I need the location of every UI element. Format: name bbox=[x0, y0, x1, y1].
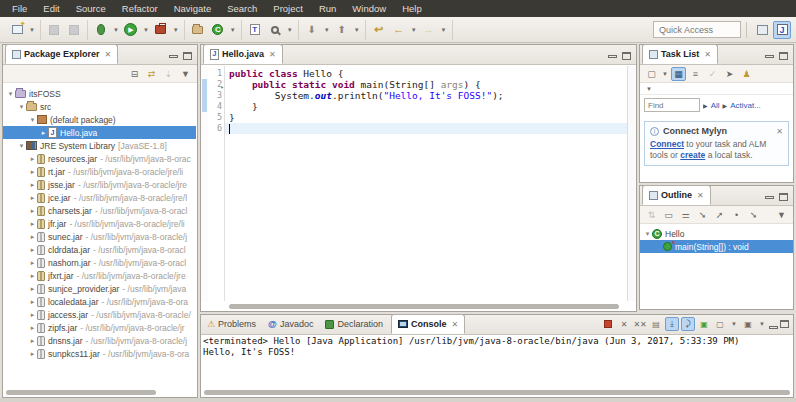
tab-task-list[interactable]: Task List ✕ bbox=[642, 44, 718, 64]
link-create[interactable]: create bbox=[680, 150, 705, 160]
back-button[interactable]: ← bbox=[390, 21, 408, 39]
new-java-class-button[interactable] bbox=[209, 21, 227, 39]
view-menu-button[interactable]: ▼ bbox=[774, 208, 789, 222]
maximize-icon[interactable] bbox=[622, 52, 631, 60]
open-console-chevron-icon[interactable]: ▼ bbox=[757, 321, 767, 327]
save-button[interactable] bbox=[45, 21, 63, 39]
expand-arrow-icon[interactable]: ▸ bbox=[28, 233, 37, 241]
hide-local-types-button[interactable]: ➚ bbox=[712, 208, 727, 222]
hide-non-public-button[interactable]: ➘ bbox=[695, 208, 710, 222]
expand-arrow-icon[interactable]: ▸ bbox=[28, 259, 37, 267]
show-console-on-output-button[interactable]: ▣ bbox=[697, 317, 711, 331]
java-perspective-button[interactable] bbox=[773, 21, 791, 39]
close-tab-icon[interactable]: ✕ bbox=[697, 191, 704, 200]
new-java-project-button[interactable] bbox=[189, 21, 207, 39]
editor-body[interactable]: 12▸3456 public class Hello { public stat… bbox=[201, 66, 636, 301]
hide-fields-button[interactable]: ▭ bbox=[661, 208, 676, 222]
external-tools-button[interactable] bbox=[152, 21, 170, 39]
collapse-arrow-icon[interactable]: ▾ bbox=[643, 230, 652, 238]
expand-arrow-icon[interactable]: ▸ bbox=[28, 220, 37, 228]
menu-help[interactable]: Help bbox=[394, 0, 430, 17]
tab-hello-java[interactable]: Hello.java ✕ bbox=[203, 44, 283, 64]
focus-on-active-task-button[interactable]: ⇣ bbox=[161, 67, 176, 81]
code-area[interactable]: public class Hello { public static void … bbox=[225, 66, 627, 301]
new-task-button[interactable]: ▢ bbox=[644, 67, 659, 81]
search-button[interactable] bbox=[266, 21, 284, 39]
minimize-icon[interactable] bbox=[765, 55, 774, 58]
expand-arrow-icon[interactable]: ▸ bbox=[28, 285, 37, 293]
expand-arrow-icon[interactable]: ▸ bbox=[28, 324, 37, 332]
pin-console-button[interactable]: ▢ bbox=[713, 317, 727, 331]
new-wizard-button[interactable] bbox=[8, 21, 26, 39]
package-explorer-hscrollbar[interactable] bbox=[6, 390, 156, 395]
menu-project[interactable]: Project bbox=[265, 0, 311, 17]
external-tools-dropdown-chevron-icon[interactable]: ▼ bbox=[171, 27, 181, 33]
maximize-icon[interactable] bbox=[779, 52, 788, 60]
tree-item-sunpkcs11-jar[interactable]: ▸sunpkcs11.jar- /usr/lib/jvm/java-8-ora bbox=[3, 347, 196, 360]
categorized-view-button[interactable]: ▦ bbox=[671, 67, 686, 81]
editor-hscrollbar[interactable] bbox=[229, 304, 619, 309]
expand-arrow-icon[interactable]: ▸ bbox=[28, 155, 37, 163]
collapse-arrow-icon[interactable]: ▾ bbox=[28, 116, 37, 124]
new-task-chevron-icon[interactable]: ▼ bbox=[660, 71, 670, 77]
tree-item-jaccess-jar[interactable]: ▸jaccess.jar- /usr/lib/jvm/java-8-oracle… bbox=[3, 308, 196, 321]
toolbar-overflow-chevron-icon[interactable]: ▼ bbox=[644, 86, 654, 92]
maximize-icon[interactable] bbox=[780, 320, 789, 328]
collapse-arrow-icon[interactable]: ▾ bbox=[17, 103, 26, 111]
tree-item-nashorn-jar[interactable]: ▸nashorn.jar- /usr/lib/jvm/java-8-oracl bbox=[3, 256, 196, 269]
next-annotation-chevron-icon[interactable]: ▼ bbox=[322, 27, 332, 33]
maximize-icon[interactable] bbox=[183, 52, 192, 60]
package-explorer-tree[interactable]: ▾itsFOSS▾src▾(default package)▸Hello.jav… bbox=[3, 84, 196, 389]
tree-item-main-string-void[interactable]: main(String[]) : void bbox=[640, 240, 793, 253]
view-menu-button[interactable]: ▼ bbox=[178, 67, 193, 81]
expand-arrow-icon[interactable]: ▸ bbox=[28, 272, 37, 280]
back-dropdown-chevron-icon[interactable]: ▼ bbox=[409, 27, 419, 33]
tree-item-hello-java[interactable]: ▸Hello.java bbox=[3, 126, 196, 139]
debug-button[interactable] bbox=[92, 21, 110, 39]
menu-source[interactable]: Source bbox=[68, 0, 114, 17]
word-wrap-button[interactable]: ⤸ bbox=[681, 317, 695, 331]
tab-javadoc[interactable]: @Javadoc bbox=[262, 314, 319, 334]
tab-problems[interactable]: ⚠Problems bbox=[201, 314, 262, 334]
scroll-lock-button[interactable]: ⤓ bbox=[665, 317, 679, 331]
menu-run[interactable]: Run bbox=[311, 0, 344, 17]
outline-tree[interactable]: ▾Hellomain(String[]) : void bbox=[640, 224, 793, 253]
link-connect[interactable]: Connect bbox=[650, 139, 684, 149]
previous-annotation-button[interactable]: ⬆ bbox=[333, 21, 351, 39]
open-type-button[interactable] bbox=[246, 21, 264, 39]
minimize-icon[interactable] bbox=[765, 196, 774, 199]
menu-search[interactable]: Search bbox=[219, 0, 265, 17]
menu-file[interactable]: File bbox=[4, 0, 35, 17]
filter-link-all[interactable]: All bbox=[711, 101, 720, 110]
tab-outline[interactable]: Outline ✕ bbox=[642, 185, 711, 205]
menu-refactor[interactable]: Refactor bbox=[114, 0, 166, 17]
collapse-arrow-icon[interactable]: ▾ bbox=[17, 142, 26, 150]
tree-item-jfxrt-jar[interactable]: ▸jfxrt.jar- /usr/lib/jvm/java-8-oracle/j… bbox=[3, 269, 196, 282]
close-tab-icon[interactable]: ✕ bbox=[451, 320, 458, 329]
tab-console[interactable]: Console✕ bbox=[391, 314, 465, 334]
filter-link-activat[interactable]: Activat... bbox=[730, 101, 761, 110]
hide-completed-button[interactable]: ✓ bbox=[705, 67, 720, 81]
forward-dropdown-chevron-icon[interactable]: ▼ bbox=[439, 27, 449, 33]
menu-navigate[interactable]: Navigate bbox=[166, 0, 220, 17]
tree-item-charsets-jar[interactable]: ▸charsets.jar- /usr/lib/jvm/java-8-oracl bbox=[3, 204, 196, 217]
tab-declaration[interactable]: Declaration bbox=[319, 314, 389, 334]
minimize-icon[interactable] bbox=[769, 326, 778, 329]
new-java-dropdown-chevron-icon[interactable]: ▼ bbox=[228, 27, 238, 33]
menu-edit[interactable]: Edit bbox=[35, 0, 67, 17]
tree-item-jre-system-library[interactable]: ▾JRE System Library[JavaSE-1.8] bbox=[3, 139, 196, 152]
new-dropdown-chevron-icon[interactable]: ▼ bbox=[27, 27, 37, 33]
open-perspective-button[interactable] bbox=[753, 21, 771, 39]
last-edit-location-button[interactable]: ↩ bbox=[370, 21, 388, 39]
expand-arrow-icon[interactable]: ▸ bbox=[28, 194, 37, 202]
editor-vscrollbar[interactable] bbox=[627, 66, 636, 301]
focus-button[interactable]: ➤ bbox=[722, 67, 737, 81]
personalize-button[interactable]: ♟ bbox=[739, 67, 754, 81]
tree-item-localedata-jar[interactable]: ▸localedata.jar- /usr/lib/jvm/java-8-ora bbox=[3, 295, 196, 308]
run-button[interactable]: ▶ bbox=[122, 21, 140, 39]
expand-arrow-icon[interactable]: ▸ bbox=[28, 207, 37, 215]
run-dropdown-chevron-icon[interactable]: ▼ bbox=[141, 27, 151, 33]
link-with-editor-button[interactable]: ⇄ bbox=[144, 67, 159, 81]
tree-item-default-package[interactable]: ▾(default package) bbox=[3, 113, 196, 126]
debug-dropdown-chevron-icon[interactable]: ▼ bbox=[111, 27, 121, 33]
